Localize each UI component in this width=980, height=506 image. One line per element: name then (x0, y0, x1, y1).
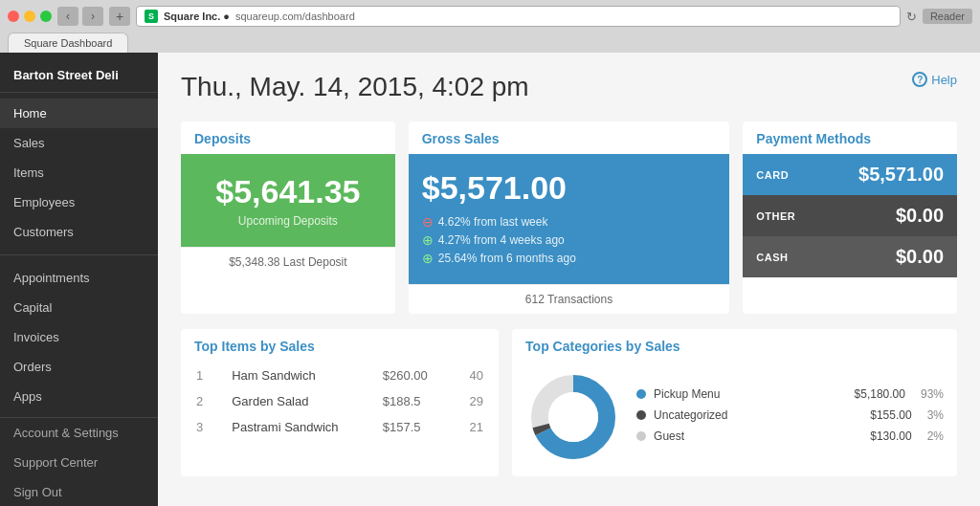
reader-button[interactable]: Reader (923, 9, 972, 24)
back-button[interactable]: ‹ (57, 7, 78, 26)
reload-button[interactable]: ↻ (906, 10, 917, 24)
item-rank: 3 (183, 415, 216, 439)
payment-methods-card: Payment Methods CARD $5,571.00 OTHER $0.… (743, 121, 957, 314)
gross-sales-stats: ⊖ 4.62% from last week ⊕ 4.27% from 4 we… (422, 214, 717, 266)
payment-methods-title: Payment Methods (743, 121, 957, 154)
donut-chart (525, 369, 621, 469)
sidebar-nav: Home Sales Items Employees Customers App… (0, 93, 158, 417)
stat-line-2: ⊕ 4.27% from 4 weeks ago (422, 232, 717, 248)
payment-card-amount: $5,571.00 (858, 164, 944, 186)
payment-other-amount: $0.00 (896, 205, 944, 227)
sidebar-item-appointments[interactable]: Appointments (0, 263, 158, 293)
item-amount: $260.00 (369, 363, 450, 387)
sidebar-item-apps[interactable]: Apps (0, 382, 158, 411)
svg-point-3 (548, 392, 598, 442)
payment-other-row: OTHER $0.00 (743, 195, 957, 236)
sidebar-item-employees[interactable]: Employees (0, 187, 158, 217)
legend-dot-2 (636, 410, 646, 420)
arrow-up-icon-2: ⊕ (422, 251, 434, 266)
legend-name-3: Guest (654, 429, 862, 443)
deposits-amount-box: $5,641.35 Upcoming Deposits (181, 154, 395, 247)
legend-pct-2: 3% (927, 408, 944, 422)
payment-card-label: CARD (756, 169, 789, 181)
bottom-row: Top Items by Sales 1 Ham Sandwich $260.0… (181, 329, 957, 476)
item-name: Garden Salad (218, 389, 368, 413)
main-content: Thu., May. 14, 2015, 4:02 pm ? Help Depo… (158, 53, 980, 506)
sidebar-item-home[interactable]: Home (0, 99, 158, 128)
items-table: 1 Ham Sandwich $260.00 40 2 Garden Salad… (181, 362, 499, 441)
sidebar-item-signout[interactable]: Sign Out (0, 477, 158, 506)
app-container: Barton Street Deli Home Sales Items Empl… (0, 53, 980, 506)
deposits-amount: $5,641.35 (194, 173, 382, 210)
legend-item-3: Guest $130.00 2% (636, 429, 944, 443)
categories-content: Pickup Menu $5,180.00 93% Uncategorized … (512, 362, 957, 476)
payment-cash-amount: $0.00 (896, 246, 944, 268)
arrow-up-icon-1: ⊕ (422, 232, 434, 248)
legend-name-2: Uncategorized (654, 408, 862, 422)
item-name: Ham Sandwich (218, 363, 368, 387)
help-icon: ? (912, 72, 927, 87)
item-qty: 29 (452, 389, 497, 413)
legend-amount-1: $5,180.00 (855, 387, 905, 401)
legend-dot-3 (636, 431, 646, 441)
item-rank: 1 (183, 363, 216, 387)
table-row: 1 Ham Sandwich $260.00 40 (183, 363, 497, 387)
categories-legend: Pickup Menu $5,180.00 93% Uncategorized … (636, 387, 944, 451)
item-amount: $157.5 (369, 415, 450, 439)
legend-amount-3: $130.00 (870, 429, 911, 443)
payment-card-row: CARD $5,571.00 (743, 154, 957, 195)
item-qty: 21 (452, 415, 497, 439)
legend-item-2: Uncategorized $155.00 3% (636, 408, 944, 422)
item-name: Pastrami Sandwich (218, 415, 368, 439)
close-button[interactable] (8, 11, 19, 22)
gross-sales-card: Gross Sales $5,571.00 ⊖ 4.62% from last … (409, 121, 730, 314)
stat-line-1: ⊖ 4.62% from last week (422, 214, 717, 230)
address-bar[interactable]: S Square Inc. ● squareup.com/dashboard (136, 6, 901, 27)
sidebar-item-support[interactable]: Support Center (0, 448, 158, 477)
gross-sales-amount: $5,571.00 (422, 169, 717, 207)
item-rank: 2 (183, 389, 216, 413)
legend-pct-1: 93% (921, 387, 944, 401)
page-title: Thu., May. 14, 2015, 4:02 pm (181, 72, 529, 102)
payment-cash-row: CASH $0.00 (743, 236, 957, 277)
deposits-title: Deposits (181, 121, 395, 154)
help-link[interactable]: ? Help (912, 72, 957, 87)
sidebar-item-orders[interactable]: Orders (0, 352, 158, 382)
maximize-button[interactable] (40, 11, 52, 22)
sidebar-item-customers[interactable]: Customers (0, 217, 158, 247)
top-items-title: Top Items by Sales (181, 329, 499, 362)
sidebar-item-invoices[interactable]: Invoices (0, 322, 158, 352)
new-tab-button[interactable]: + (109, 7, 130, 26)
sidebar: Barton Street Deli Home Sales Items Empl… (0, 53, 158, 506)
item-qty: 40 (452, 363, 497, 387)
site-favicon: S (145, 10, 158, 23)
legend-dot-1 (636, 389, 646, 399)
legend-pct-3: 2% (927, 429, 944, 443)
deposits-footer: $5,348.38 Last Deposit (181, 247, 395, 276)
top-categories-title: Top Categories by Sales (512, 329, 957, 362)
sidebar-bottom: Account & Settings Support Center Sign O… (0, 417, 158, 506)
business-name: Barton Street Deli (0, 53, 158, 93)
top-categories-card: Top Categories by Sales (512, 329, 957, 476)
top-items-card: Top Items by Sales 1 Ham Sandwich $260.0… (181, 329, 499, 476)
cards-row: Deposits $5,641.35 Upcoming Deposits $5,… (181, 121, 957, 314)
stat-text-2: 4.27% from 4 weeks ago (438, 233, 565, 247)
deposits-card: Deposits $5,641.35 Upcoming Deposits $5,… (181, 121, 395, 314)
page-header: Thu., May. 14, 2015, 4:02 pm ? Help (181, 72, 957, 102)
minimize-button[interactable] (24, 11, 35, 22)
legend-amount-2: $155.00 (870, 408, 911, 422)
payment-other-label: OTHER (756, 210, 795, 222)
sidebar-item-capital[interactable]: Capital (0, 293, 158, 322)
stat-line-3: ⊕ 25.64% from 6 months ago (422, 251, 717, 266)
browser-tab[interactable]: Square Dashboard (8, 33, 128, 53)
sidebar-item-sales[interactable]: Sales (0, 128, 158, 158)
arrow-down-icon: ⊖ (422, 214, 434, 230)
forward-button[interactable]: › (82, 7, 103, 26)
sidebar-item-items[interactable]: Items (0, 158, 158, 187)
traffic-lights (8, 11, 52, 22)
legend-name-1: Pickup Menu (654, 387, 847, 401)
item-amount: $188.5 (369, 389, 450, 413)
browser-chrome: ‹ › + S Square Inc. ● squareup.com/dashb… (0, 0, 980, 53)
sidebar-item-account-settings[interactable]: Account & Settings (0, 418, 158, 448)
table-row: 2 Garden Salad $188.5 29 (183, 389, 497, 413)
